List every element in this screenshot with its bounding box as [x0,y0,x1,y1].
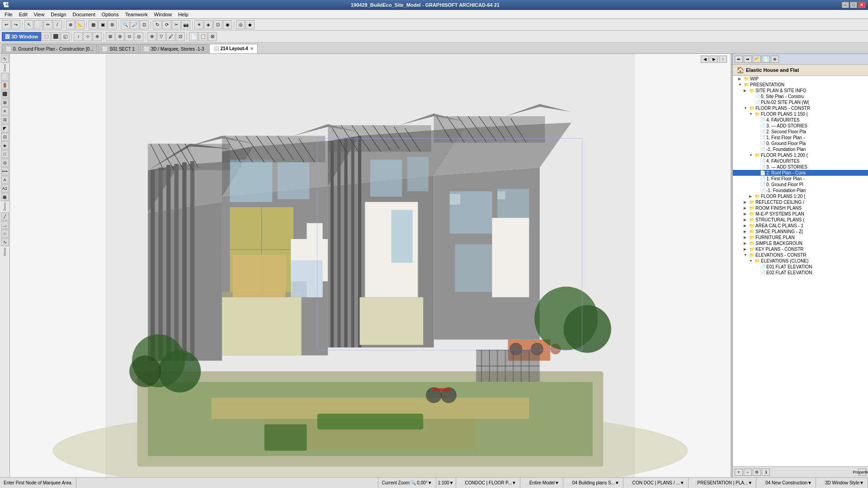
style-section[interactable]: ⬜ 3D Window Style ▼ [816,478,868,488]
panel-nav-2[interactable]: ➡ [744,56,752,63]
presentation-section[interactable]: ⬜ PRESENTATION | PLA... ▼ [689,478,757,488]
panel-nav-1[interactable]: ⬅ [735,56,743,63]
zoom-section[interactable]: Current Zoom 🔍 0,00° ▼ [378,478,436,488]
sun-btn[interactable]: ☀ [194,20,203,29]
tree-item-fp150-gnd[interactable]: 📄 0. Ground Floor Pla [733,141,868,146]
3d-rotate-btn[interactable]: ↻ [153,20,162,29]
tb-layers[interactable]: ⊕ [147,32,156,41]
tree-item-fp200-fnd[interactable]: 📄 -1. Foundation Plan [733,188,868,193]
camera-btn[interactable]: 📷 [181,20,190,29]
tree-item-fp200-add[interactable]: 📄 3. --- ADD STORIES [733,164,868,170]
window-tool[interactable]: ⬛ [1,90,9,98]
stair-tool[interactable]: ≡ [1,107,9,115]
menu-document[interactable]: Document [70,11,98,18]
tree-item-wip[interactable]: ▶ 📁 WIP [733,76,868,82]
tree-item-mep[interactable]: ▶ 📁 M-E-P SYSTEMS PLAN [733,211,868,217]
panel-del-btn[interactable]: − [744,469,752,476]
railing-tool[interactable]: ⊟ [1,116,9,124]
roof-tool[interactable]: ◤ [1,124,9,132]
door-tool[interactable]: 🚪 [1,81,9,89]
tb-grids[interactable]: ⊞ [106,32,115,41]
tab-layout[interactable]: ⬜ 214 Layout-4 ✕ [209,44,258,53]
menu-window[interactable]: Window [151,11,175,18]
menu-view[interactable]: View [31,11,47,18]
plans-section[interactable]: ⬜ 04 Building plans S... ▼ [563,478,623,488]
tb-publish[interactable]: ⊞ [208,32,217,41]
zoom-out-btn[interactable]: 🔎 [130,20,139,29]
tb-model[interactable]: ⊡ [176,32,185,41]
tree-item-e01[interactable]: 📄 E01 FLAT ELEVATION [733,264,868,270]
mesh-tool[interactable]: ⊡ [1,133,9,141]
pencil-btn[interactable]: ✏ [43,20,52,29]
wall-tool[interactable]: ⬜ [1,73,9,81]
con-doc-section[interactable]: ⬜ CON DOC | PLANS / ... ▼ [623,478,689,488]
tab-3d[interactable]: ⬜ 3D / Marquee, Stories -1-3 [140,44,208,53]
tree-item-structural[interactable]: ▶ 📁 STRUCTURAL PLANS ( [733,217,868,223]
panel-settings-btn[interactable]: ⚙ [753,469,761,476]
label-tool[interactable]: A1 [1,184,9,192]
spline-tool[interactable]: ∿ [1,238,9,246]
window-tb-1[interactable]: ⬚ [42,32,51,41]
close-button[interactable]: ✕ [858,2,865,8]
tree-item-fp20[interactable]: ▶ 📁 FLOOR PLANS 1:20 ( [733,193,868,199]
window-tb-2[interactable]: ⬛ [51,32,60,41]
3d-window-btn[interactable]: 🖼 3D Window [2,32,41,41]
view1-btn[interactable]: ▦ [89,20,98,29]
tb-axis[interactable]: ⊛ [115,32,124,41]
tree-item-fp200-fav[interactable]: 📄 4. FAVOURITES [733,158,868,164]
panel-nav-5[interactable]: ⊕ [771,56,779,63]
surface-btn[interactable]: ◱ [61,32,70,41]
properties-tab-btn[interactable]: Properties [858,469,866,476]
tb-extra1[interactable]: ◎ [236,20,245,29]
line-btn[interactable]: / [53,20,62,29]
undo-btn[interactable]: ↩ [2,20,11,29]
viewport[interactable]: ◀ ▶ ↑ [10,54,731,477]
nav-back-btn[interactable]: ◀ [701,56,709,63]
tree-item-siteplan-pln[interactable]: 📄 PLN-02 SITE PLAN (W( [733,99,868,105]
3d-orbit-btn[interactable]: ⟳ [162,20,171,29]
select-btn[interactable]: ↖ [24,20,33,29]
shade-btn[interactable]: ◉ [223,20,232,29]
menu-teamwork[interactable]: Teamwork [123,11,151,18]
maximize-button[interactable]: □ [850,2,857,8]
nav-arrow-btn[interactable]: ↑ [719,56,727,63]
tree-item-siteplan-0[interactable]: 📄 0. Site Plan - Constru [733,94,868,99]
text-tool[interactable]: A [1,176,9,184]
tb-extra2[interactable]: ◆ [245,20,255,29]
tab-ground-floor[interactable]: ⬜ 0. Ground Floor Plan - Construction [0… [2,44,97,53]
panel-nav-3[interactable]: 📂 [753,56,761,63]
tree-item-fp200[interactable]: ▼ 📁 FLOOR PLANS 1:200 ( [733,152,868,158]
tree-item-space-planning[interactable]: ▶ 📁 SPACE PLANNING - Z( [733,229,868,235]
tree-item-fp150-fnd[interactable]: 📄 -1. Foundation Plan [733,146,868,152]
view2-btn[interactable]: ▣ [98,20,107,29]
tree-item-fp200-gnd[interactable]: 📄 0. Ground Floor Pl [733,182,868,188]
tb-doc1[interactable]: 📄 [189,32,198,41]
menu-edit[interactable]: Edit [16,11,30,18]
line-tool[interactable]: ╱ [1,212,9,221]
tb-show2[interactable]: ◎ [134,32,143,41]
tree-item-room-finish[interactable]: ▶ 📁 ROOM FINISH PLANS [733,205,868,211]
new-construction-section[interactable]: ⬜ 04 New Construction ▼ [756,478,816,488]
minimize-button[interactable]: ─ [842,2,849,8]
nav-tb-3[interactable]: ⊕ [93,32,102,41]
nav-tb-1[interactable]: ↕ [74,32,83,41]
tb-pen[interactable]: 🖊 [166,32,175,41]
redo-btn[interactable]: ↪ [11,20,20,29]
tree-item-area-calc[interactable]: ▶ 📁 AREA CALC PLANS - 1 [733,223,868,229]
tree-item-fp150-add[interactable]: 📄 3. --- ADD STORIES [733,123,868,129]
tree-item-fp150-fav[interactable]: 📄 4. FAVOURITES [733,117,868,123]
tree-item-elev-clone[interactable]: ▼ 📁 ELEVATIONS (CLONE) [733,258,868,264]
nav-forward-btn[interactable]: ▶ [710,56,718,63]
tb-doc2[interactable]: 📋 [198,32,208,41]
tree-item-fp150-2nd[interactable]: 📄 2. Second Floor Pla [733,129,868,135]
menu-design[interactable]: Design [48,11,69,18]
zoom-fit-btn[interactable]: ⊡ [140,20,149,29]
section-btn[interactable]: ✂ [172,20,181,29]
wall-btn[interactable]: ⬜ [34,20,43,29]
wire-btn[interactable]: ⊡ [213,20,222,29]
tree-item-siteplan[interactable]: ▶ 📁 SITE PLAN & SITE INFO [733,88,868,94]
menu-options[interactable]: Options [99,11,122,18]
panel-info-btn[interactable]: ℹ [762,469,770,476]
condoc-section[interactable]: ⬜ CONDOC | FLOOR P... ▼ [456,478,520,488]
fill-tool[interactable]: ▦ [1,193,9,201]
